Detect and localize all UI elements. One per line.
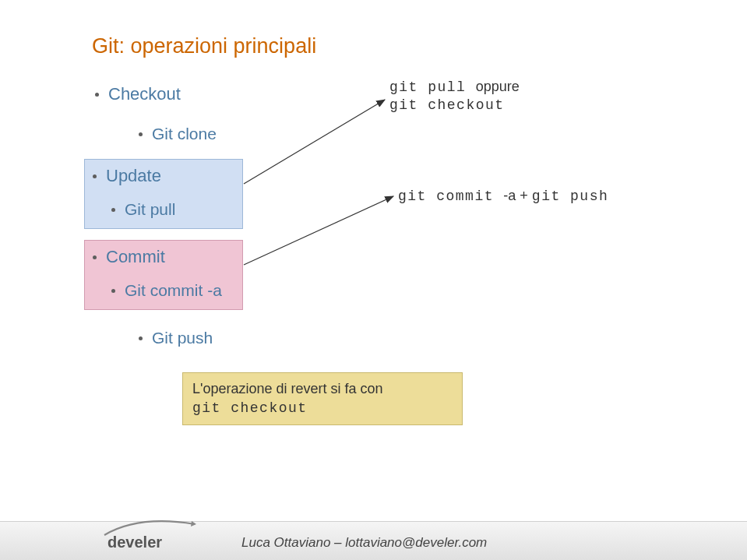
ann-top-word: oppure [476, 79, 520, 94]
bullet-dot-icon [111, 289, 115, 293]
svg-line-2 [244, 196, 393, 265]
revert-box: L'operazione di revert si fa con git che… [182, 372, 463, 425]
bullet-commit: Commit [93, 247, 234, 267]
update-label: Update [106, 166, 161, 186]
bullet-dot-icon [93, 174, 97, 178]
bullet-git-pull: Git pull [111, 200, 234, 219]
ann-mid-mid: -a + [503, 188, 532, 203]
revert-line2: git checkout [192, 399, 453, 418]
annotation-top: git pull oppure git checkout [389, 78, 520, 115]
ann-mid-post: git push [532, 188, 608, 204]
bullet-git-commit-a: Git commit -a [111, 281, 234, 300]
bullet-dot-icon [111, 208, 115, 212]
bullet-dot-icon [95, 93, 99, 97]
ann-top-line2: git checkout [389, 97, 520, 114]
ann-mid-pre: git commit [398, 188, 503, 204]
bullet-dot-icon [139, 132, 143, 136]
git-commit-a-label: Git commit -a [125, 281, 222, 300]
develer-logo: develer [100, 513, 201, 555]
bullet-git-clone: Git clone [139, 125, 217, 143]
bullet-dot-icon [93, 255, 97, 259]
revert-line1: L'operazione di revert si fa con [192, 379, 453, 399]
checkout-label: Checkout [108, 84, 181, 104]
bullet-git-push: Git push [139, 329, 213, 347]
annotation-mid: git commit -a + git push [398, 187, 608, 206]
git-push-label: Git push [152, 329, 213, 347]
bullet-dot-icon [139, 336, 143, 340]
commit-box: Commit Git commit -a [84, 240, 243, 310]
update-box: Update Git pull [84, 159, 243, 229]
commit-label: Commit [106, 247, 165, 267]
git-clone-label: Git clone [152, 125, 217, 143]
bullet-update: Update [93, 166, 234, 186]
logo-text: develer [107, 534, 162, 551]
footer-text: Luca Ottaviano – lottaviano@develer.com [241, 535, 487, 551]
bullet-checkout: Checkout [95, 84, 181, 104]
svg-line-1 [244, 100, 385, 184]
git-pull-label: Git pull [125, 200, 175, 219]
ann-top-pre: git pull [389, 79, 476, 95]
slide-title: Git: operazioni principali [92, 34, 316, 58]
